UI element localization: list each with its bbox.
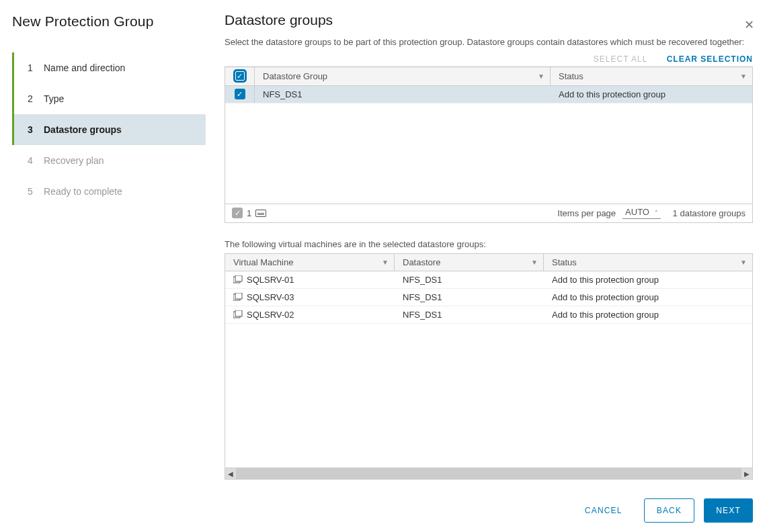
vm-icon (233, 293, 243, 301)
cell-datastore: NFS_DS1 (395, 306, 544, 323)
vm-table-body: SQLSRV-01NFS_DS1Add to this protection g… (225, 271, 752, 468)
step-label: Type (44, 93, 64, 104)
wizard-step-5: 5Ready to complete (12, 176, 206, 207)
step-label: Datastore groups (44, 124, 122, 135)
column-datastore-group[interactable]: Datastore Group ▼ (255, 67, 551, 85)
wizard-step-1[interactable]: 1Name and direction (12, 52, 206, 83)
page-description: Select the datastore groups to be part o… (225, 35, 753, 50)
scroll-track[interactable] (236, 468, 741, 479)
dsg-table-footer: ✓ 1 Items per page AUTO ˄ 1 datastore gr… (225, 204, 752, 222)
back-button[interactable]: BACK (644, 498, 694, 523)
wizard-sidebar: New Protection Group 1Name and direction… (0, 0, 206, 532)
items-per-page-label: Items per page (557, 208, 616, 218)
column-label: Virtual Machine (233, 257, 293, 267)
wizard-step-2[interactable]: 2Type (12, 83, 206, 114)
cell-vm-status: Add to this protection group (544, 271, 752, 288)
cancel-button[interactable]: CANCEL (573, 498, 635, 523)
filter-icon[interactable]: ▼ (531, 259, 538, 266)
column-virtual-machine[interactable]: Virtual Machine ▼ (225, 254, 395, 271)
next-button[interactable]: NEXT (704, 498, 753, 523)
cell-vm-status: Add to this protection group (544, 306, 752, 323)
main-panel: ✕ Datastore groups Select the datastore … (206, 0, 765, 532)
datastore-group-table: ✓ Datastore Group ▼ Status ▼ ✓NFS_DS1Add… (225, 66, 753, 223)
items-per-page-select[interactable]: AUTO ˄ (622, 207, 661, 219)
column-vm-status[interactable]: Status ▼ (544, 254, 752, 271)
header-checkbox-cell[interactable]: ✓ (225, 67, 255, 85)
step-number: 5 (28, 186, 44, 197)
filter-icon[interactable]: ▼ (382, 259, 389, 266)
svg-rect-1 (235, 275, 242, 281)
cell-status: Add to this protection group (551, 86, 752, 103)
page-title: Datastore groups (225, 12, 753, 28)
vm-section-label: The following virtual machines are in th… (225, 239, 753, 249)
wizard-title: New Protection Group (12, 13, 206, 30)
step-label: Ready to complete (44, 186, 122, 197)
wizard-footer: CANCEL BACK NEXT (225, 480, 753, 523)
vm-table-header: Virtual Machine ▼ Datastore ▼ Status ▼ (225, 254, 752, 271)
column-status[interactable]: Status ▼ (551, 67, 752, 85)
footer-checkbox-icon: ✓ (232, 208, 243, 218)
filter-icon[interactable]: ▼ (740, 73, 747, 80)
table-row[interactable]: ✓NFS_DS1Add to this protection group (225, 86, 752, 103)
card-view-icon[interactable] (255, 210, 266, 217)
wizard-step-4: 4Recovery plan (12, 145, 206, 176)
select-all-checkbox[interactable]: ✓ (235, 71, 245, 81)
column-datastore[interactable]: Datastore ▼ (395, 254, 544, 271)
vm-table: Virtual Machine ▼ Datastore ▼ Status ▼ S… (225, 253, 753, 480)
step-label: Name and direction (44, 62, 125, 73)
cell-vm-name: SQLSRV-01 (225, 271, 395, 288)
column-label: Datastore (403, 257, 440, 267)
table-row[interactable]: SQLSRV-02NFS_DS1Add to this protection g… (225, 306, 752, 324)
total-count: 1 datastore groups (673, 208, 746, 218)
step-label: Recovery plan (44, 155, 104, 166)
vm-icon (233, 275, 243, 283)
filter-icon[interactable]: ▼ (538, 73, 545, 80)
wizard-step-3[interactable]: 3Datastore groups (12, 114, 206, 145)
cell-vm-name: SQLSRV-03 (225, 289, 395, 306)
cell-datastore: NFS_DS1 (395, 289, 544, 306)
row-checkbox[interactable]: ✓ (235, 89, 245, 99)
horizontal-scrollbar[interactable]: ◀ ▶ (225, 468, 752, 479)
svg-rect-5 (235, 310, 242, 316)
step-number: 4 (28, 155, 44, 166)
column-label: Status (552, 257, 577, 267)
scroll-right-icon[interactable]: ▶ (741, 470, 752, 478)
chevron-up-icon: ˄ (655, 210, 658, 216)
selection-actions: SELECT ALL CLEAR SELECTION (225, 54, 753, 64)
step-number: 1 (28, 62, 44, 73)
svg-rect-3 (235, 293, 242, 299)
dsg-table-body: ✓NFS_DS1Add to this protection group (225, 86, 752, 204)
cell-datastore: NFS_DS1 (395, 271, 544, 288)
dsg-table-header: ✓ Datastore Group ▼ Status ▼ (225, 67, 752, 86)
column-label: Status (559, 71, 583, 81)
cell-vm-status: Add to this protection group (544, 289, 752, 306)
scroll-left-icon[interactable]: ◀ (225, 470, 236, 478)
vm-icon (233, 310, 243, 318)
selected-count: 1 (247, 208, 251, 218)
cell-vm-name: SQLSRV-02 (225, 306, 395, 323)
clear-selection-link[interactable]: CLEAR SELECTION (667, 54, 753, 64)
wizard-steps: 1Name and direction2Type3Datastore group… (12, 52, 206, 207)
cell-dsg-name: NFS_DS1 (255, 86, 551, 103)
step-number: 2 (28, 93, 44, 104)
table-row[interactable]: SQLSRV-01NFS_DS1Add to this protection g… (225, 271, 752, 289)
close-icon[interactable]: ✕ (744, 17, 754, 32)
select-all-link: SELECT ALL (594, 54, 648, 64)
table-row[interactable]: SQLSRV-03NFS_DS1Add to this protection g… (225, 289, 752, 306)
column-label: Datastore Group (263, 71, 327, 81)
filter-icon[interactable]: ▼ (740, 259, 747, 266)
step-number: 3 (28, 124, 44, 135)
